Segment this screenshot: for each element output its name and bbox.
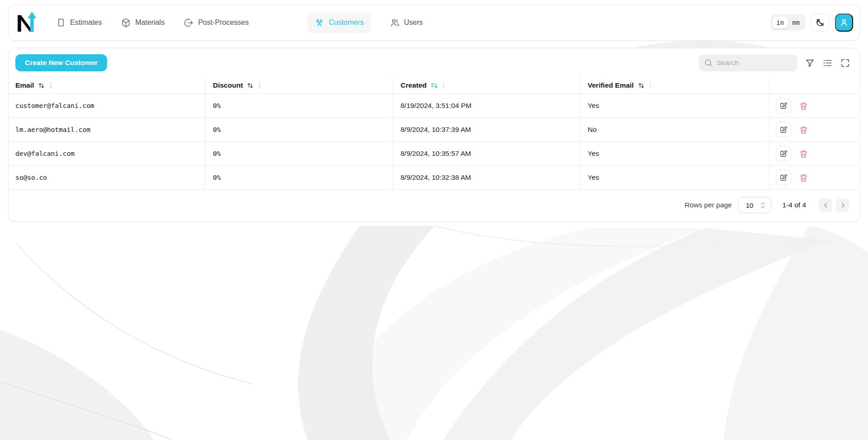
nav-label: Estimates: [70, 19, 102, 27]
create-new-customer-button[interactable]: Create New Customer: [15, 54, 107, 71]
customers-panel: Create New Customer: [8, 48, 860, 222]
chevron-left-icon: [822, 202, 829, 209]
nav-item-customers[interactable]: Customers: [307, 13, 370, 33]
cell-verified: Yes: [580, 166, 770, 190]
column-header-actions: [770, 77, 859, 94]
edit-customer-button[interactable]: [776, 146, 791, 161]
sort-icon[interactable]: [637, 82, 645, 89]
nav-item-users[interactable]: Users: [390, 18, 423, 28]
column-header-email[interactable]: Email: [9, 77, 206, 94]
cell-discount: 0%: [206, 94, 393, 118]
fullscreen-icon: [840, 58, 850, 68]
nav-label: Users: [404, 19, 423, 27]
edit-icon: [779, 126, 788, 134]
column-menu-icon[interactable]: [50, 83, 52, 89]
rows-icon: [822, 58, 833, 68]
edit-customer-button[interactable]: [776, 98, 791, 113]
trash-icon: [799, 173, 808, 183]
cell-actions: [770, 142, 859, 166]
nav-item-materials[interactable]: Materials: [121, 18, 165, 28]
rows-per-page-label: Rows per page: [684, 201, 731, 209]
column-header-created[interactable]: Created: [393, 77, 580, 94]
column-menu-icon[interactable]: [443, 83, 444, 89]
delete-customer-button[interactable]: [799, 173, 808, 183]
rows-per-page-select[interactable]: 10: [738, 197, 772, 213]
package-icon: [121, 18, 131, 28]
table-footer: Rows per page 10 1-4 of 4: [9, 190, 859, 221]
customers-group-icon: [314, 18, 325, 28]
navbar-right-controls: in mm: [771, 14, 853, 32]
trash-icon: [799, 125, 808, 135]
trash-icon: [799, 101, 808, 111]
cell-created: 8/9/2024, 10:35:57 AM: [393, 142, 580, 166]
cell-discount: 0%: [206, 142, 393, 166]
nav-item-estimates[interactable]: Estimates: [56, 18, 102, 28]
column-label: Discount: [213, 81, 243, 89]
table-row[interactable]: dev@falcani.com 0% 8/9/2024, 10:35:57 AM…: [9, 142, 859, 166]
search-icon: [704, 58, 713, 67]
edit-customer-button[interactable]: [776, 122, 791, 137]
account-button[interactable]: [835, 14, 853, 32]
cell-verified: No: [580, 118, 770, 142]
cell-discount: 0%: [206, 118, 393, 142]
process-arrow-icon: [184, 18, 194, 28]
table-row[interactable]: customer@falcani.com 0% 8/19/2024, 3:51:…: [9, 94, 859, 118]
edit-customer-button[interactable]: [776, 170, 791, 185]
unit-option-in[interactable]: in: [772, 17, 788, 28]
sort-desc-icon[interactable]: [430, 82, 438, 89]
nav-label: Customers: [329, 19, 363, 27]
table-row[interactable]: lm.aero@hotmail.com 0% 8/9/2024, 10:37:3…: [9, 118, 859, 142]
chevron-right-icon: [840, 202, 846, 209]
table-toolbar: Create New Customer: [9, 48, 859, 77]
filter-button[interactable]: [805, 58, 815, 68]
sort-icon[interactable]: [38, 82, 45, 89]
user-avatar-icon: [839, 18, 849, 28]
nav-item-post-processes[interactable]: Post-Processes: [184, 18, 249, 28]
top-navbar: Estimates Materials Post-Processes: [8, 5, 860, 41]
cell-email: customer@falcani.com: [9, 94, 206, 118]
main-nav: Estimates Materials Post-Processes: [56, 13, 423, 33]
users-icon: [390, 18, 400, 28]
edit-icon: [779, 173, 788, 182]
theme-toggle-button[interactable]: [811, 14, 829, 32]
search-box: [699, 54, 797, 71]
document-icon: [56, 18, 66, 28]
table-row[interactable]: so@so.co 0% 8/9/2024, 10:32:38 AM Yes: [9, 166, 859, 190]
search-input[interactable]: [699, 54, 797, 71]
cell-actions: [770, 166, 859, 190]
cell-email: lm.aero@hotmail.com: [9, 118, 206, 142]
cell-actions: [770, 118, 859, 142]
cell-email: so@so.co: [9, 166, 206, 190]
toolbar-right: [699, 54, 850, 71]
unit-toggle: in mm: [771, 14, 805, 31]
moon-off-icon: [815, 18, 825, 28]
column-menu-icon[interactable]: [650, 83, 651, 89]
filter-icon: [805, 58, 815, 68]
cell-verified: Yes: [580, 142, 770, 166]
cell-verified: Yes: [580, 94, 770, 118]
cell-created: 8/9/2024, 10:32:38 AM: [393, 166, 580, 190]
brand-logo-icon[interactable]: [16, 12, 42, 33]
select-chevrons-icon: [760, 202, 765, 209]
previous-page-button[interactable]: [819, 198, 832, 212]
cell-email: dev@falcani.com: [9, 142, 206, 166]
delete-customer-button[interactable]: [799, 149, 808, 159]
delete-customer-button[interactable]: [799, 101, 808, 111]
rows-per-page-value: 10: [746, 201, 754, 209]
next-page-button[interactable]: [836, 198, 849, 212]
column-header-discount[interactable]: Discount: [206, 77, 393, 94]
cell-actions: [770, 94, 859, 118]
cell-created: 8/19/2024, 3:51:04 PM: [393, 94, 580, 118]
view-options-button[interactable]: [822, 58, 833, 68]
delete-customer-button[interactable]: [799, 125, 808, 135]
column-menu-icon[interactable]: [259, 83, 260, 89]
sort-icon[interactable]: [246, 82, 254, 89]
unit-option-mm[interactable]: mm: [788, 17, 804, 28]
column-label: Verified Email: [588, 81, 634, 89]
edit-icon: [779, 150, 788, 158]
column-header-verified-email[interactable]: Verified Email: [580, 77, 770, 94]
nav-label: Materials: [135, 19, 165, 27]
trash-icon: [799, 149, 808, 159]
fullscreen-button[interactable]: [840, 58, 850, 68]
cell-discount: 0%: [206, 166, 393, 190]
